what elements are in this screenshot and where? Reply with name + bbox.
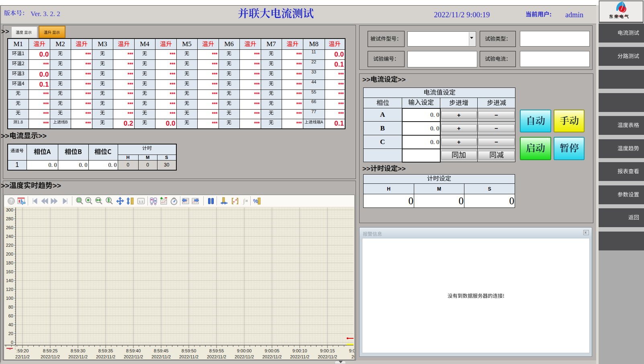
svg-text:2022/11/2: 2022/11/2 [179, 354, 198, 359]
svg-text:8:59:50: 8:59:50 [182, 348, 196, 353]
svg-text:300: 300 [6, 207, 13, 212]
svg-text:202: 202 [352, 354, 354, 359]
svg-text:2022/11/2: 2022/11/2 [96, 354, 115, 359]
svg-text::59:20: :59:20 [16, 348, 29, 353]
svg-text:40: 40 [8, 322, 13, 327]
svg-text:2022/11/2: 2022/11/2 [124, 354, 143, 359]
svg-text:240: 240 [6, 234, 13, 239]
svg-text:9:00:15: 9:00:15 [320, 348, 335, 353]
svg-text:8:59:45: 8:59:45 [154, 348, 169, 353]
svg-text:140: 140 [6, 278, 13, 283]
svg-text:60: 60 [8, 313, 13, 318]
svg-text:200: 200 [6, 252, 13, 256]
svg-text:80: 80 [8, 305, 13, 309]
svg-text:8:59:40: 8:59:40 [126, 348, 141, 353]
svg-text:8:59:30: 8:59:30 [71, 348, 86, 353]
svg-text:2022/11/2: 2022/11/2 [41, 354, 60, 359]
svg-text:2022/11/2: 2022/11/2 [151, 354, 171, 359]
svg-text:20: 20 [8, 331, 13, 336]
svg-text:2022/11/2: 2022/11/2 [68, 354, 88, 359]
svg-text:9:00:00: 9:00:00 [237, 348, 252, 353]
svg-text:2022/11/2: 2022/11/2 [207, 354, 226, 359]
svg-text:220: 220 [6, 243, 13, 248]
svg-text:8:59:55: 8:59:55 [209, 348, 224, 353]
svg-text:1:1: 1:1 [139, 200, 143, 203]
svg-text:120: 120 [6, 287, 13, 292]
svg-text:8:59:25: 8:59:25 [43, 348, 58, 353]
svg-text:8:59:35: 8:59:35 [98, 348, 113, 353]
svg-text:2022/11/2: 2022/11/2 [235, 354, 254, 359]
svg-text:100: 100 [6, 296, 13, 301]
svg-text:∫: ∫ [243, 198, 245, 205]
svg-text:260: 260 [6, 225, 13, 230]
svg-text:2022/11/2: 2022/11/2 [318, 354, 337, 359]
svg-text:?: ? [10, 198, 12, 204]
svg-text:2022/11/2: 2022/11/2 [262, 354, 282, 359]
svg-text:2022/11/2: 2022/11/2 [290, 354, 309, 359]
svg-text:%: % [253, 198, 258, 204]
svg-text:180: 180 [6, 260, 13, 265]
svg-text:9:00:2: 9:00:2 [349, 348, 354, 353]
svg-text:280: 280 [6, 216, 13, 221]
svg-text:9:00:05: 9:00:05 [265, 348, 280, 353]
svg-text:9:00:10: 9:00:10 [292, 348, 307, 353]
svg-text:0: 0 [11, 340, 13, 345]
svg-text:160: 160 [6, 269, 13, 274]
svg-text:22/11/2: 22/11/2 [15, 354, 30, 359]
